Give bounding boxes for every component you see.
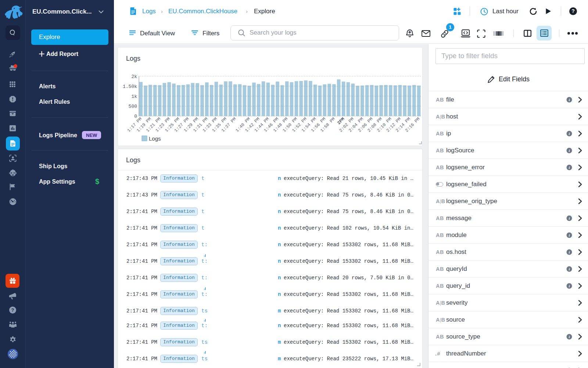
svg-text:?: ? — [11, 307, 14, 313]
svg-text:Logs: Logs — [149, 135, 161, 142]
svg-text:1.50k: 1.50k — [123, 84, 137, 89]
svg-text:2k: 2k — [131, 74, 137, 79]
svg-text:1k: 1k — [131, 94, 137, 99]
svg-text:500: 500 — [129, 104, 137, 109]
svg-text:0: 0 — [134, 114, 137, 119]
